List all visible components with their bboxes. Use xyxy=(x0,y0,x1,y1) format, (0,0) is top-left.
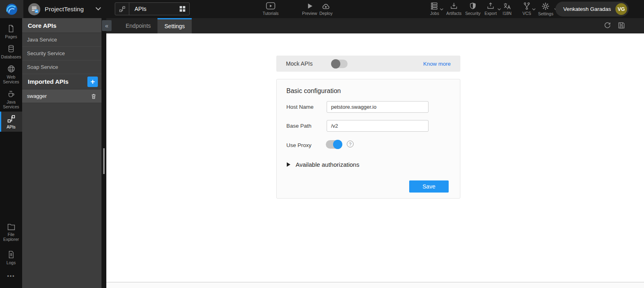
imported-apis-header: Imported APIs + xyxy=(22,74,101,89)
globe-icon xyxy=(7,64,16,73)
list-item-security-service[interactable]: Security Service xyxy=(22,47,101,60)
core-apis-header: Core APIs xyxy=(22,18,101,33)
mock-apis-toggle[interactable] xyxy=(331,60,348,68)
collapse-panel-button[interactable]: « xyxy=(102,20,112,31)
preview-button[interactable]: Preview xyxy=(302,2,317,16)
git-branch-icon xyxy=(522,2,531,10)
card-title: Basic configuration xyxy=(286,87,341,95)
vcs-chevron-down-icon xyxy=(532,8,536,10)
jobs-chevron-down-icon xyxy=(440,8,443,10)
log-file-icon xyxy=(7,250,15,259)
settings-content: Mock APIs Know more Basic configuration … xyxy=(106,33,644,282)
resource-type-selector[interactable]: APIs xyxy=(115,2,190,15)
preview-icon xyxy=(306,2,314,10)
settings-button[interactable]: Settings xyxy=(538,2,553,16)
sidebar-item-pages[interactable]: Pages xyxy=(0,21,22,41)
app-logo[interactable] xyxy=(0,0,23,18)
refresh-icon[interactable] xyxy=(603,21,611,29)
left-sidebar: Pages Databases Web Services xyxy=(0,18,22,288)
add-api-button[interactable]: + xyxy=(87,77,98,87)
save-icon[interactable] xyxy=(617,21,625,29)
sidebar-item-web-services[interactable]: Web Services xyxy=(0,62,22,87)
tutorials-button[interactable]: Tutorials xyxy=(263,2,279,16)
jobs-icon xyxy=(430,2,439,10)
security-shield-icon xyxy=(469,2,477,10)
project-name: ProjectTesting xyxy=(45,6,84,12)
grid-menu-icon[interactable] xyxy=(179,6,186,12)
sidebar-item-java-services[interactable]: Java Services xyxy=(0,87,22,112)
security-button[interactable]: Security xyxy=(465,2,480,16)
save-button[interactable]: Save xyxy=(409,180,449,193)
tutorials-icon xyxy=(266,2,275,10)
database-icon xyxy=(7,44,15,53)
mock-apis-label: Mock APIs xyxy=(286,60,313,67)
base-path-input[interactable] xyxy=(327,120,429,132)
know-more-link[interactable]: Know more xyxy=(423,61,451,67)
artifacts-button[interactable]: Artifacts xyxy=(446,2,462,16)
avatar: VG xyxy=(615,3,627,15)
scrollbar-thumb[interactable] xyxy=(103,148,105,174)
api-list-panel: Core APIs Java Service Security Service … xyxy=(22,18,101,288)
mock-apis-bar: Mock APIs Know more xyxy=(276,56,460,72)
coffee-cup-icon xyxy=(7,89,16,98)
host-name-label: Host Name xyxy=(286,104,314,110)
user-name: Venkatesh Garadas xyxy=(563,6,611,12)
export-upload-icon xyxy=(486,2,495,10)
tab-endpoints[interactable]: Endpoints xyxy=(119,18,157,33)
sidebar-overflow-button[interactable]: ••• xyxy=(0,273,22,279)
jobs-button[interactable]: Jobs xyxy=(430,2,439,16)
i18n-button[interactable]: I18N xyxy=(503,2,511,16)
sidebar-item-logs[interactable]: Logs xyxy=(0,247,22,267)
base-path-label: Base Path xyxy=(286,123,311,129)
export-button[interactable]: Export xyxy=(485,2,497,16)
deploy-button[interactable]: Deploy xyxy=(319,2,333,16)
vcs-button[interactable]: VCS xyxy=(522,2,531,16)
sidebar-item-databases[interactable]: Databases xyxy=(0,41,22,62)
gear-icon xyxy=(541,2,550,10)
project-icon xyxy=(28,3,40,15)
horizontal-scrollbar[interactable] xyxy=(106,282,644,288)
sidebar-spacer xyxy=(0,132,22,220)
basic-configuration-card: Basic configuration Host Name Base Path … xyxy=(276,79,460,199)
list-item-java-service[interactable]: Java Service xyxy=(22,33,101,47)
top-header: ProjectTesting APIs Tutorials xyxy=(0,0,644,18)
sidebar-item-file-explorer[interactable]: File Explorer xyxy=(0,220,22,244)
translate-icon xyxy=(503,2,511,10)
api-node-icon xyxy=(7,114,16,123)
delete-icon[interactable] xyxy=(91,93,97,99)
available-authorizations-expander[interactable]: Available authorizations xyxy=(287,161,359,168)
export-chevron-down-icon xyxy=(497,8,501,10)
use-proxy-label: Use Proxy xyxy=(286,142,311,148)
use-proxy-toggle[interactable] xyxy=(326,140,342,149)
pages-icon xyxy=(7,24,15,33)
expand-arrow-icon xyxy=(287,162,290,167)
host-name-input[interactable] xyxy=(327,101,429,113)
list-item-soap-service[interactable]: Soap Service xyxy=(22,60,101,74)
selector-label: APIs xyxy=(129,6,179,12)
project-chevron-down-icon[interactable] xyxy=(95,7,101,11)
help-icon[interactable]: ? xyxy=(347,141,354,147)
list-item-swagger[interactable]: swagger xyxy=(22,89,101,103)
folder-icon xyxy=(7,223,16,231)
sidebar-item-apis[interactable]: APIs xyxy=(0,112,22,132)
editor-tabbar: Endpoints Settings xyxy=(106,18,644,33)
project-selector[interactable]: ProjectTesting xyxy=(28,0,84,18)
wavemaker-logo-icon xyxy=(5,2,19,16)
tab-settings[interactable]: Settings xyxy=(157,18,192,33)
deploy-icon xyxy=(321,2,331,10)
artifacts-download-icon xyxy=(449,2,458,10)
api-node-icon xyxy=(115,3,129,15)
panel-scrollbar[interactable] xyxy=(101,18,106,288)
user-menu[interactable]: Venkatesh Garadas VG xyxy=(555,2,629,17)
